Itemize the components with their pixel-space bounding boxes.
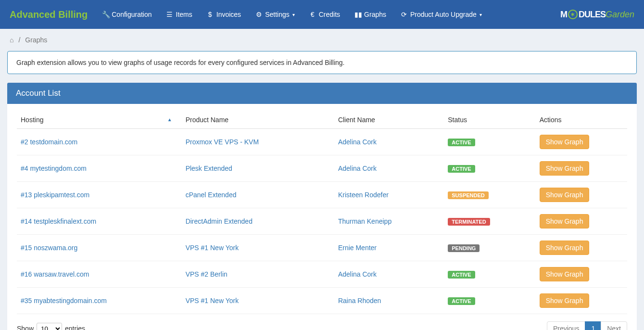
status-badge: ACTIVE bbox=[448, 165, 475, 173]
brand-title[interactable]: Advanced Billing bbox=[10, 9, 88, 20]
client-link[interactable]: Raina Rhoden bbox=[338, 297, 381, 305]
product-auto-upgrade-icon: ⟳ bbox=[401, 11, 407, 18]
table-row: #16 warsaw.travel.comVPS #2 BerlinAdelin… bbox=[17, 261, 627, 288]
col-client[interactable]: Client Name bbox=[334, 111, 444, 129]
status-badge: ACTIVE bbox=[448, 297, 475, 305]
client-link[interactable]: Adelina Cork bbox=[338, 138, 377, 146]
product-link[interactable]: Plesk Extended bbox=[186, 165, 232, 172]
show-graph-button[interactable]: Show Graph bbox=[540, 161, 590, 176]
table-row: #15 noszwama.orgVPS #1 New YorkErnie Men… bbox=[17, 235, 627, 261]
content-area: ⌂ / Graphs Graph extension allows you to… bbox=[0, 29, 644, 330]
table-body: #2 testdomain.comProxmox VE VPS - KVMAde… bbox=[17, 129, 627, 314]
account-list-panel: Account List Hosting Product Name Client… bbox=[7, 83, 637, 330]
pagination: Previous 1 Next bbox=[547, 321, 627, 330]
nav-credits[interactable]: €Credits bbox=[309, 11, 340, 18]
status-badge: TERMINATED bbox=[448, 218, 490, 226]
product-link[interactable]: Proxmox VE VPS - KVM bbox=[186, 138, 259, 146]
hosting-link[interactable]: #14 testpleskfinalext.com bbox=[21, 217, 96, 225]
configuration-icon: 🔧 bbox=[102, 11, 109, 18]
nav-items: 🔧Configuration☰Items$Invoices⚙Settings▾€… bbox=[102, 11, 560, 18]
client-link[interactable]: Adelina Cork bbox=[338, 165, 377, 172]
items-icon: ☰ bbox=[166, 11, 173, 18]
nav-items[interactable]: ☰Items bbox=[166, 11, 192, 18]
hosting-link[interactable]: #4 mytestingdom.com bbox=[21, 165, 87, 172]
product-link[interactable]: VPS #2 Berlin bbox=[186, 270, 227, 278]
home-icon[interactable]: ⌂ bbox=[10, 36, 13, 44]
breadcrumb-current: Graphs bbox=[25, 36, 47, 44]
status-badge: SUSPENDED bbox=[448, 191, 488, 199]
logo-text-garden: Garden bbox=[606, 10, 634, 20]
product-link[interactable]: cPanel Extended bbox=[186, 191, 237, 199]
col-product[interactable]: Product Name bbox=[182, 111, 334, 129]
table-row: #2 testdomain.comProxmox VE VPS - KVMAde… bbox=[17, 129, 627, 155]
table-row: #14 testpleskfinalext.comDirectAdmin Ext… bbox=[17, 208, 627, 235]
nav-label: Credits bbox=[319, 11, 340, 18]
graphs-icon: ▮▮ bbox=[354, 11, 361, 18]
logo-text-dules: DULES bbox=[579, 10, 606, 20]
product-link[interactable]: VPS #1 New York bbox=[186, 244, 239, 252]
product-link[interactable]: VPS #1 New York bbox=[186, 297, 239, 305]
nav-settings[interactable]: ⚙Settings▾ bbox=[255, 11, 295, 18]
nav-graphs[interactable]: ▮▮Graphs bbox=[354, 11, 386, 18]
panel-title: Account List bbox=[7, 83, 637, 104]
show-graph-button[interactable]: Show Graph bbox=[540, 214, 590, 228]
nav-label: Configuration bbox=[112, 11, 152, 18]
info-text: Graph extension allows you to view graph… bbox=[16, 59, 344, 66]
status-badge: PENDING bbox=[448, 244, 480, 252]
globe-icon: ✶ bbox=[568, 10, 578, 19]
table-row: #13 pleskipamtest.comcPanel ExtendedKris… bbox=[17, 182, 627, 208]
show-graph-button[interactable]: Show Graph bbox=[540, 135, 590, 149]
length-select[interactable]: 102550100 bbox=[37, 323, 62, 330]
status-badge: ACTIVE bbox=[448, 271, 475, 279]
show-graph-button[interactable]: Show Graph bbox=[540, 241, 590, 255]
nav-invoices[interactable]: $Invoices bbox=[207, 11, 241, 18]
hosting-link[interactable]: #35 myabtestingdomain.com bbox=[21, 297, 107, 305]
hosting-link[interactable]: #13 pleskipamtest.com bbox=[21, 191, 89, 199]
length-control: Show 102550100 entries bbox=[17, 323, 85, 330]
length-show-label: Show bbox=[17, 325, 34, 330]
navbar: Advanced Billing 🔧Configuration☰Items$In… bbox=[0, 0, 644, 29]
show-graph-button[interactable]: Show Graph bbox=[540, 267, 590, 281]
status-badge: ACTIVE bbox=[448, 139, 475, 146]
client-link[interactable]: Ernie Menter bbox=[338, 244, 377, 252]
breadcrumb-sep: / bbox=[18, 36, 20, 44]
brand-logo[interactable]: M ✶ DULES Garden bbox=[560, 10, 634, 20]
credits-icon: € bbox=[309, 11, 316, 18]
logo-text-m: M bbox=[560, 10, 567, 20]
page-next[interactable]: Next bbox=[601, 321, 627, 330]
chevron-down-icon: ▾ bbox=[292, 12, 295, 17]
client-link[interactable]: Kristeen Rodefer bbox=[338, 191, 389, 199]
panel-body: Hosting Product Name Client Name Status … bbox=[7, 104, 637, 330]
hosting-link[interactable]: #15 noszwama.org bbox=[21, 244, 77, 252]
nav-label: Items bbox=[176, 11, 192, 18]
nav-label: Settings bbox=[265, 11, 290, 18]
info-box: Graph extension allows you to view graph… bbox=[7, 51, 637, 74]
client-link[interactable]: Thurman Keneipp bbox=[338, 217, 391, 225]
chevron-down-icon: ▾ bbox=[480, 12, 482, 17]
settings-icon: ⚙ bbox=[255, 11, 262, 18]
nav-label: Invoices bbox=[216, 11, 241, 18]
length-entries-label: entries bbox=[65, 325, 85, 330]
nav-configuration[interactable]: 🔧Configuration bbox=[102, 11, 152, 18]
hosting-link[interactable]: #2 testdomain.com bbox=[21, 138, 77, 146]
page-current[interactable]: 1 bbox=[585, 321, 601, 330]
table-row: #35 myabtestingdomain.comVPS #1 New York… bbox=[17, 288, 627, 314]
breadcrumb: ⌂ / Graphs bbox=[7, 36, 637, 44]
product-link[interactable]: DirectAdmin Extended bbox=[186, 217, 253, 225]
table-footer: Show 102550100 entries Previous 1 Next bbox=[17, 321, 627, 330]
nav-label: Product Auto Upgrade bbox=[410, 11, 477, 18]
page-previous[interactable]: Previous bbox=[547, 321, 585, 330]
show-graph-button[interactable]: Show Graph bbox=[540, 188, 590, 202]
nav-product-auto-upgrade[interactable]: ⟳Product Auto Upgrade▾ bbox=[401, 11, 482, 18]
col-actions[interactable]: Actions bbox=[536, 111, 627, 129]
client-link[interactable]: Adelina Cork bbox=[338, 270, 377, 278]
col-status[interactable]: Status bbox=[444, 111, 535, 129]
invoices-icon: $ bbox=[207, 11, 214, 18]
table-row: #4 mytestingdom.comPlesk ExtendedAdelina… bbox=[17, 155, 627, 182]
hosting-link[interactable]: #16 warsaw.travel.com bbox=[21, 270, 89, 278]
accounts-table: Hosting Product Name Client Name Status … bbox=[17, 111, 627, 314]
nav-label: Graphs bbox=[364, 11, 386, 18]
show-graph-button[interactable]: Show Graph bbox=[540, 293, 590, 308]
col-hosting[interactable]: Hosting bbox=[17, 111, 182, 129]
